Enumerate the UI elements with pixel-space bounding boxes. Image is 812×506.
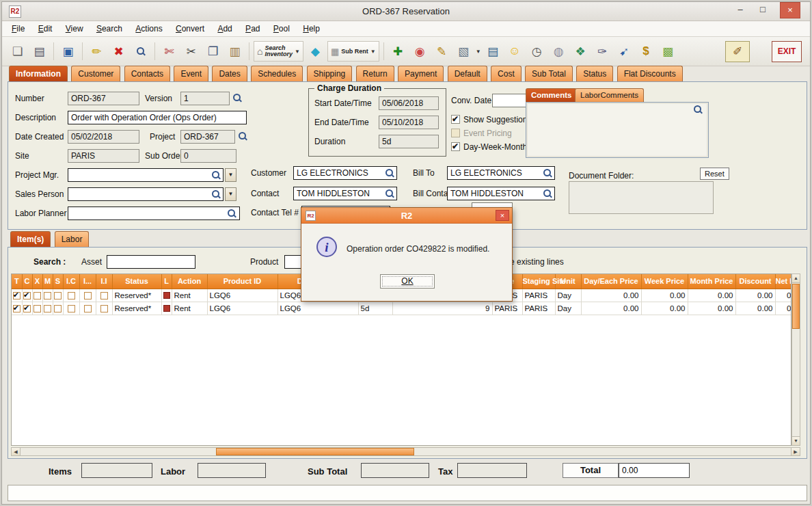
col-header-product-id[interactable]: Product ID [207, 274, 278, 289]
smiley-button[interactable]: ☺ [505, 41, 525, 62]
col-header-status[interactable]: Status [112, 274, 161, 289]
ok-button[interactable]: OK [380, 274, 435, 289]
print-button[interactable]: ▤ [29, 41, 49, 62]
maximize-button[interactable]: □ [753, 2, 772, 18]
highlighter-button[interactable]: ✐ [725, 41, 750, 62]
tab-customer[interactable]: Customer [71, 66, 120, 81]
duration-field[interactable] [379, 135, 439, 148]
copy-button[interactable]: ❐ [203, 41, 223, 62]
col-header-l[interactable]: L [161, 274, 172, 289]
delete-button[interactable]: ✖ [109, 41, 128, 62]
exit-button[interactable]: EXIT [772, 41, 802, 62]
end-date-field[interactable] [379, 116, 439, 129]
col-header-net-each[interactable]: Net Each [775, 274, 791, 289]
save-button[interactable]: ▣ [58, 41, 78, 62]
menu-file[interactable]: File [6, 21, 30, 36]
dialog-close-button[interactable]: × [496, 210, 509, 221]
row-checkbox-s[interactable] [54, 305, 62, 312]
bill-contact-field[interactable] [447, 187, 555, 200]
asset-input[interactable] [107, 255, 195, 269]
row-checkbox-ip[interactable] [84, 292, 92, 299]
tab-event[interactable]: Event [174, 66, 208, 81]
menu-actions[interactable]: Actions [130, 21, 167, 36]
col-header-c[interactable]: C [22, 274, 32, 289]
sub-rent-button[interactable]: ▦ Sub Rent ▼ [327, 41, 379, 62]
menu-convert[interactable]: Convert [170, 21, 210, 36]
table-row[interactable]: Reserved* Rent LGQ6 LGQ6 5d 9 PARIS PARI… [12, 302, 791, 315]
horizontal-scroll-thumb[interactable] [216, 448, 414, 455]
customer-search-icon[interactable] [385, 168, 394, 178]
col-header-ip[interactable]: I... [79, 274, 96, 289]
tab-items[interactable]: Item(s) [10, 231, 51, 247]
col-header-discount[interactable]: Discount [735, 274, 775, 289]
sub-orders-field[interactable] [180, 149, 236, 163]
row-checkbox-ic[interactable] [68, 292, 75, 299]
project-search-icon[interactable] [238, 131, 247, 141]
search-inventory-button[interactable]: ⌂ Search Inventory ▼ [254, 41, 303, 62]
tab-labor[interactable]: Labor [55, 231, 90, 247]
comments-search-icon[interactable] [693, 105, 703, 114]
col-header-ii[interactable]: I.I [96, 274, 112, 289]
scroll-right-icon[interactable]: ▶ [791, 448, 800, 455]
row-checkbox-t[interactable] [13, 292, 21, 299]
day-week-month-checkbox[interactable] [451, 142, 460, 151]
tab-cost[interactable]: Cost [491, 66, 522, 81]
tab-payment[interactable]: Payment [398, 66, 444, 81]
history-clock-button[interactable]: ◷ [527, 41, 547, 62]
print-setup-button[interactable]: ▤ [483, 41, 503, 62]
row-checkbox-m[interactable] [44, 292, 51, 299]
bill-to-search-icon[interactable] [543, 168, 552, 178]
comments-textarea[interactable] [526, 102, 709, 158]
col-header-ic[interactable]: I.C [63, 274, 79, 289]
menu-help[interactable]: Help [297, 21, 325, 36]
project-mgr-dropdown-button[interactable]: ▼ [225, 168, 236, 182]
find-binoculars-button[interactable] [131, 41, 150, 62]
row-checkbox-c[interactable] [23, 292, 31, 299]
add-button[interactable]: ✚ [388, 41, 408, 62]
ink-drop-button[interactable]: ◆ [306, 41, 325, 62]
col-header-t[interactable]: T [12, 274, 22, 289]
sales-person-dropdown-button[interactable]: ▼ [225, 187, 236, 201]
tab-labor-comments[interactable]: LaborComments [575, 88, 644, 102]
description-field[interactable] [68, 111, 247, 124]
start-date-field[interactable] [379, 96, 439, 110]
row-checkbox-m[interactable] [44, 305, 51, 312]
coins-button[interactable]: $ [636, 41, 656, 62]
col-header-x[interactable]: X [32, 274, 42, 289]
sales-person-field[interactable] [68, 187, 224, 201]
col-header-s[interactable]: S [53, 274, 63, 289]
version-field[interactable] [180, 92, 230, 105]
boxes-button[interactable]: ▩ [658, 41, 678, 62]
cut-button[interactable]: ✂ [181, 41, 201, 62]
scroll-down-icon[interactable]: ▼ [792, 436, 800, 445]
show-suggestions-checkbox[interactable] [451, 115, 460, 124]
project-mgr-field[interactable] [68, 168, 224, 182]
chevron-down-icon[interactable]: ▼ [476, 49, 481, 55]
labor-planner-field[interactable] [68, 207, 240, 220]
col-header-m[interactable]: M [42, 274, 53, 289]
bill-contact-search-icon[interactable] [543, 189, 552, 198]
new-document-button[interactable]: ❏ [8, 41, 27, 62]
menu-add[interactable]: Add [212, 21, 237, 36]
tab-information[interactable]: Information [9, 66, 68, 81]
catalog-books-button[interactable]: ❖ [571, 41, 591, 62]
menu-pad[interactable]: Pad [240, 21, 265, 36]
project-mgr-search-icon[interactable] [211, 170, 221, 180]
number-field[interactable] [68, 92, 139, 105]
document-folder-box[interactable] [569, 181, 714, 214]
tab-schedules[interactable]: Schedules [251, 66, 303, 81]
contact-search-icon[interactable] [385, 189, 394, 198]
cards-button[interactable]: ▧ [454, 41, 474, 62]
tab-status[interactable]: Status [576, 66, 613, 81]
chevron-down-icon[interactable]: ▼ [370, 49, 376, 55]
scroll-up-icon[interactable]: ▲ [792, 274, 800, 283]
tab-default[interactable]: Default [448, 66, 487, 81]
menu-search[interactable]: Search [91, 21, 128, 36]
tab-comments[interactable]: Comments [526, 88, 577, 102]
tab-sub-total[interactable]: Sub Total [525, 66, 573, 81]
row-checkbox-x[interactable] [33, 292, 41, 299]
col-header-week-price[interactable]: Week Price [641, 274, 688, 289]
note-edit-button[interactable]: ✎ [432, 41, 452, 62]
vertical-scroll-thumb[interactable] [792, 284, 800, 329]
row-checkbox-s[interactable] [54, 292, 62, 299]
